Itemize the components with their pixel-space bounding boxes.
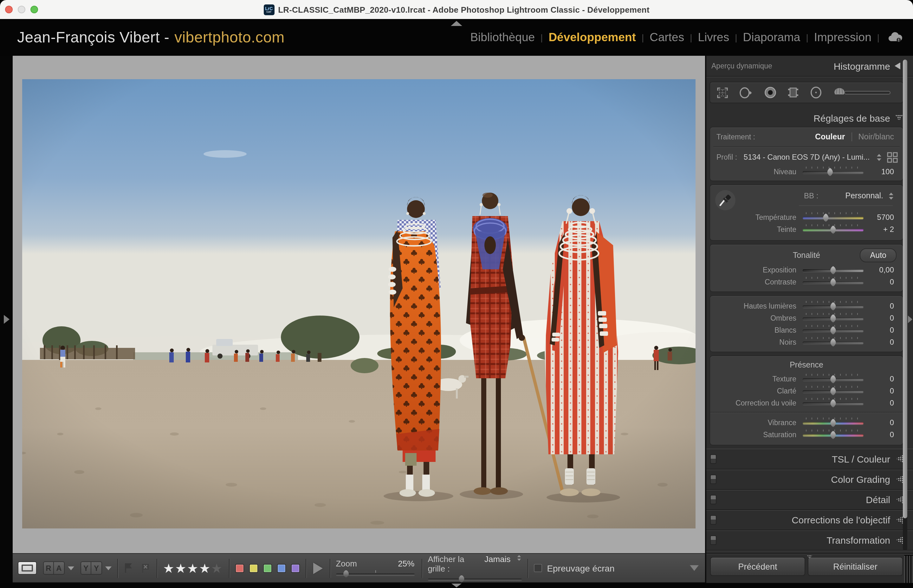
panel-toggle-switch[interactable] [710,535,716,545]
graduated-filter-tool-icon[interactable] [787,86,799,99]
left-panel-expand-arrow-icon[interactable] [4,315,10,324]
slider-thumb[interactable] [830,338,837,347]
reset-button[interactable]: Réinitialiser [808,557,903,576]
slider-track[interactable] [803,337,864,347]
split-view-dropdown-icon[interactable] [105,566,112,570]
star-icon[interactable]: ★ [163,562,175,574]
slider-track[interactable] [803,398,864,407]
slider-track[interactable] [803,313,864,323]
slider-track[interactable] [803,212,864,222]
left-panel-strip[interactable] [0,56,13,583]
color-label-swatch[interactable] [235,564,244,572]
red-eye-tool-icon[interactable] [764,86,777,99]
grid-stepper-icon[interactable] [517,554,521,562]
module-tab[interactable]: Développement [549,31,636,44]
color-label-swatch[interactable] [263,564,272,572]
slider-thumb[interactable] [830,419,837,427]
filmstrip-strip[interactable] [0,583,913,588]
treatment-bw-option[interactable]: Noir/blanc [858,132,894,141]
panel-header[interactable]: Détail [706,489,913,509]
flag-pick-icon[interactable] [124,563,134,573]
slider-track[interactable] [803,265,864,275]
star-icon[interactable]: ★ [199,562,211,574]
before-after-split-button[interactable]: YY [81,561,102,575]
module-tab[interactable]: Cartes [649,31,684,44]
panel-toggle-switch[interactable] [710,454,716,464]
slider-track[interactable] [803,277,864,286]
slider-track[interactable] [803,374,864,383]
histogram-collapse-icon[interactable] [895,62,900,69]
panel-header[interactable]: Transformation [706,530,913,550]
star-icon[interactable]: ★ [187,562,199,574]
auto-tone-button[interactable]: Auto [860,249,897,262]
profile-value[interactable]: 5134 - Canon EOS 7D (Any) - Lumi... [741,153,873,162]
top-panel-collapse-arrow-icon[interactable] [451,21,462,26]
before-after-left-right-button[interactable]: RA [43,561,65,575]
toolbar-options-dropdown-icon[interactable] [690,565,699,571]
slider-thumb[interactable] [830,375,837,383]
panel-toggle-switch[interactable] [710,495,716,504]
previous-button[interactable]: Précédent [710,557,805,576]
slider-thumb[interactable] [822,213,829,222]
wb-stepper-icon[interactable] [888,192,894,200]
before-after-dropdown-icon[interactable] [68,566,74,570]
panel-disclosure-icon[interactable] [896,496,903,503]
radial-filter-tool-icon[interactable] [809,86,822,99]
star-rating[interactable]: ★★★★★ [163,562,223,574]
slider-thumb[interactable] [830,326,837,334]
wb-value[interactable]: Personnal. [845,191,883,200]
cloud-sync-icon[interactable]: ! [888,32,903,43]
panel-header[interactable]: TSL / Couleur [706,449,913,469]
panel-disclosure-icon[interactable] [896,516,903,524]
module-tab[interactable]: Livres [698,31,729,44]
close-window-button[interactable] [5,6,13,13]
slider-track[interactable] [803,386,864,396]
star-icon[interactable]: ★ [211,562,223,574]
panel-header[interactable]: Color Grading [706,469,913,489]
panel-scrollbar-thumb[interactable] [903,60,907,518]
zoom-window-button[interactable] [31,6,38,13]
histogram-header[interactable]: Aperçu dynamique Histogramme [706,56,913,77]
slider-thumb[interactable] [830,431,837,439]
filmstrip-expand-arrow-icon[interactable] [452,583,461,587]
white-balance-eyedropper-icon[interactable] [715,190,735,210]
slider-track[interactable] [803,166,864,176]
grid-value[interactable]: Jamais [484,554,510,564]
slider-thumb[interactable] [830,314,837,323]
color-label-swatch[interactable] [249,564,258,572]
panel-header[interactable]: Effets [706,550,913,553]
profile-browser-icon[interactable] [887,152,898,163]
zoom-slider-thumb[interactable] [343,570,350,578]
crop-overlay-tool-icon[interactable] [716,87,728,99]
basic-disclosure-icon[interactable] [895,115,903,121]
slider-thumb[interactable] [830,302,837,310]
grid-slider-thumb[interactable] [458,575,465,583]
right-panel-collapse-arrow-icon[interactable] [908,315,912,323]
slider-thumb[interactable] [830,226,837,234]
slider-track[interactable] [803,325,864,334]
spot-removal-tool-icon[interactable] [739,87,753,99]
profile-stepper-icon[interactable] [876,153,882,161]
module-tab[interactable]: Bibliothèque [470,31,535,44]
panel-toggle-switch[interactable] [710,515,716,525]
color-label-swatch[interactable] [277,564,286,572]
slider-thumb[interactable] [830,278,837,286]
slider-track[interactable] [803,224,864,234]
basic-panel-header[interactable]: Réglages de base [706,109,913,127]
module-tab[interactable]: Impression [814,31,871,44]
flag-reject-icon[interactable] [140,563,151,573]
panel-header[interactable]: Corrections de l'objectif [706,509,913,530]
loupe-view-button[interactable] [18,561,37,575]
panel-disclosure-icon[interactable] [896,455,903,462]
adjustment-brush-tool-icon[interactable] [833,87,893,98]
slider-track[interactable] [803,418,864,427]
slider-thumb[interactable] [826,168,834,176]
minimize-window-button[interactable] [18,6,25,13]
slider-track[interactable] [803,301,864,310]
panel-toggle-switch[interactable] [710,475,716,484]
slideshow-play-icon[interactable] [313,562,322,574]
star-icon[interactable]: ★ [175,562,187,574]
slider-thumb[interactable] [830,399,837,407]
panel-disclosure-icon[interactable] [896,536,903,544]
module-tab[interactable]: Diaporama [743,31,800,44]
